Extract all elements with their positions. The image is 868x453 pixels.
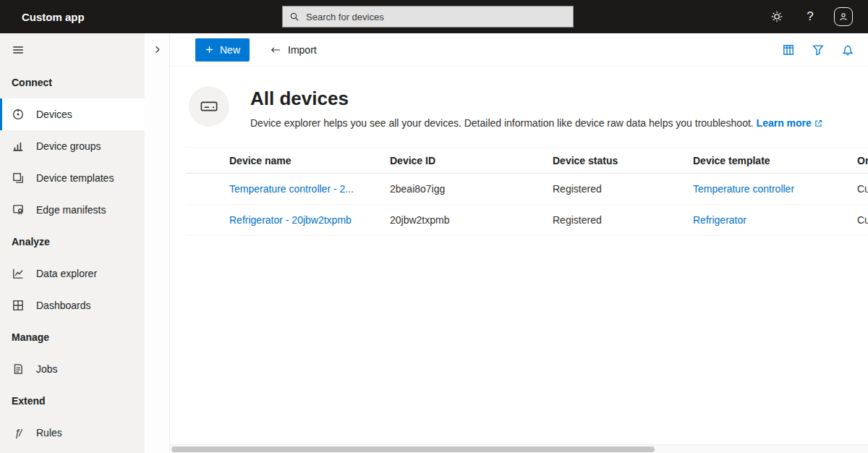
learn-more-link[interactable]: Learn more (757, 117, 823, 129)
sidebar-section-analyze: Analyze (0, 226, 145, 258)
sidebar-collapse-rail (145, 33, 170, 453)
data-explorer-icon (12, 267, 25, 280)
column-header-device-template[interactable]: Device template (693, 148, 857, 174)
sidebar-item-label: Jobs (36, 363, 58, 375)
organization-cell: Cu (857, 205, 868, 236)
dashboards-icon (12, 299, 25, 312)
column-header-device-id[interactable]: Device ID (390, 148, 553, 174)
sidebar-item-dashboards[interactable]: Dashboards (0, 289, 145, 321)
app-title: Custom app (0, 11, 85, 23)
settings-button[interactable] (764, 4, 790, 30)
search-box[interactable] (282, 6, 574, 27)
device-id-cell: 20jbw2txpmb (390, 205, 553, 236)
device-id-cell: 2beai8o7igg (390, 174, 553, 205)
page-header-text: All devices Device explorer helps you se… (250, 86, 823, 129)
device-status-cell: Registered (553, 174, 693, 205)
main-layout: Connect Devices Device groups (0, 33, 868, 453)
sidebar-section-manage: Manage (0, 321, 145, 353)
sidebar: Connect Devices Device groups (0, 33, 145, 453)
sidebar-item-label: Rules (36, 427, 62, 439)
column-options-icon[interactable] (782, 43, 795, 56)
sidebar-item-device-templates[interactable]: Device templates (0, 162, 145, 194)
device-template-link[interactable]: Temperature controller (693, 183, 794, 195)
sidebar-item-label: Device templates (36, 172, 114, 184)
sidebar-item-label: Device groups (36, 140, 101, 152)
plus-icon (205, 45, 214, 54)
filter-icon[interactable] (812, 43, 825, 56)
jobs-icon (12, 363, 25, 376)
devices-icon (12, 108, 25, 121)
sidebar-item-label: Dashboards (36, 300, 91, 311)
settings-icon (770, 10, 783, 23)
column-header-device-name[interactable]: Device name (186, 148, 390, 174)
device-template-link[interactable]: Refrigerator (693, 214, 746, 226)
sidebar-item-edge-manifests[interactable]: Edge manifests (0, 194, 145, 226)
sidebar-item-label: Edge manifests (36, 204, 106, 216)
sidebar-item-rules[interactable]: ƒ Rules (0, 417, 145, 449)
content-area: New Import (170, 33, 868, 453)
device-status-cell: Registered (553, 205, 693, 236)
rules-icon: ƒ (12, 426, 25, 439)
device-name-link[interactable]: Temperature controller - 2... (229, 183, 354, 195)
sidebar-section-connect: Connect (0, 67, 145, 98)
sidebar-item-label: Devices (36, 109, 72, 120)
device-icon (189, 86, 229, 127)
sidebar-item-devices[interactable]: Devices (0, 98, 145, 130)
edge-manifests-icon (12, 203, 25, 216)
topbar: Custom app ? (0, 0, 868, 33)
command-bar-actions (782, 43, 854, 56)
table-row[interactable]: Refrigerator - 20jbw2txpmb 20jbw2txpmb R… (186, 205, 868, 236)
bell-icon[interactable] (841, 43, 854, 56)
sidebar-item-device-groups[interactable]: Device groups (0, 130, 145, 162)
new-button[interactable]: New (195, 38, 250, 62)
scrollbar-thumb[interactable] (171, 446, 655, 452)
page-description: Device explorer helps you see all your d… (250, 117, 823, 129)
table-header-row: Device name Device ID Device status Devi… (186, 148, 868, 174)
help-button[interactable]: ? (797, 4, 823, 30)
sidebar-item-data-explorer[interactable]: Data explorer (0, 258, 145, 289)
topbar-actions: ? (764, 4, 868, 30)
sidebar-section-extend: Extend (0, 385, 145, 417)
device-templates-icon (12, 172, 25, 185)
new-button-label: New (220, 44, 240, 56)
account-icon (834, 7, 853, 26)
chevron-right-icon[interactable] (152, 44, 163, 55)
search-input[interactable] (305, 11, 566, 23)
search-icon (289, 12, 299, 22)
table-row[interactable]: Temperature controller - 2... 2beai8o7ig… (186, 174, 868, 205)
page-header: All devices Device explorer helps you se… (170, 67, 868, 129)
import-button[interactable]: Import (265, 43, 321, 56)
import-button-label: Import (288, 44, 317, 56)
sidebar-item-jobs[interactable]: Jobs (0, 353, 145, 385)
command-bar: New Import (170, 33, 868, 67)
device-name-link[interactable]: Refrigerator - 20jbw2txpmb (229, 214, 352, 226)
column-header-device-status[interactable]: Device status (553, 148, 693, 174)
device-groups-icon (12, 140, 25, 153)
horizontal-scrollbar[interactable] (170, 444, 868, 453)
external-link-icon (814, 119, 823, 128)
devices-table: Device name Device ID Device status Devi… (186, 147, 868, 236)
svg-text:ƒ: ƒ (14, 427, 20, 439)
sidebar-item-label: Data explorer (36, 268, 97, 279)
help-icon: ? (807, 9, 813, 24)
arrow-left-icon (270, 45, 281, 55)
account-button[interactable] (830, 4, 856, 30)
page-title: All devices (250, 88, 823, 110)
column-header-organization[interactable]: Or (857, 148, 868, 174)
hamburger-menu-icon[interactable] (12, 43, 25, 56)
organization-cell: Cu (857, 174, 868, 205)
